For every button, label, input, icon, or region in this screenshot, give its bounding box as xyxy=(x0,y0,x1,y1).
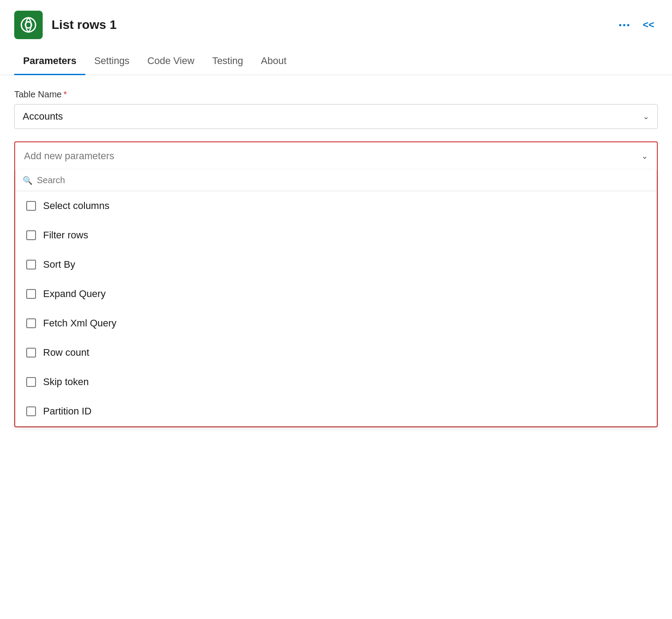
tab-settings[interactable]: Settings xyxy=(85,48,139,75)
more-options-button[interactable] xyxy=(616,21,632,29)
select-columns-checkbox[interactable] xyxy=(26,201,36,211)
partition-id-label: Partition ID xyxy=(43,406,92,417)
dot-1 xyxy=(619,24,621,26)
search-input[interactable] xyxy=(37,175,649,185)
dot-2 xyxy=(623,24,625,26)
svg-point-0 xyxy=(21,18,36,32)
header-left: List rows 1 xyxy=(14,11,116,39)
app-icon xyxy=(14,11,43,39)
add-params-dropdown[interactable]: Add new parameters ⌄ xyxy=(15,142,657,170)
params-dropdown-menu: 🔍 Select columns Filter rows Sort By xyxy=(15,170,657,426)
expand-query-label: Expand Query xyxy=(43,288,106,300)
table-name-label: Table Name* xyxy=(14,89,658,100)
skip-token-label: Skip token xyxy=(43,376,89,388)
select-columns-label: Select columns xyxy=(43,200,109,212)
list-item[interactable]: Fetch Xml Query xyxy=(16,309,656,338)
table-name-select[interactable]: Accounts ⌄ xyxy=(14,104,658,129)
fetch-xml-query-checkbox[interactable] xyxy=(26,318,36,328)
collapse-button[interactable]: << xyxy=(639,17,658,32)
partition-id-checkbox[interactable] xyxy=(26,406,36,416)
add-params-container: Add new parameters ⌄ 🔍 Select columns Fi xyxy=(14,141,658,427)
list-item[interactable]: Expand Query xyxy=(16,279,656,309)
add-params-chevron-icon: ⌄ xyxy=(641,151,648,161)
dot-3 xyxy=(627,24,629,26)
list-item[interactable]: Select columns xyxy=(16,191,656,221)
add-params-placeholder: Add new parameters xyxy=(24,150,114,162)
row-count-label: Row count xyxy=(43,347,89,358)
list-item[interactable]: Partition ID xyxy=(16,397,656,426)
app-container: List rows 1 << Parameters Settings Code … xyxy=(0,0,672,619)
list-item[interactable]: Filter rows xyxy=(16,221,656,250)
fetch-xml-query-label: Fetch Xml Query xyxy=(43,318,116,329)
list-item[interactable]: Skip token xyxy=(16,367,656,397)
expand-query-checkbox[interactable] xyxy=(26,289,36,299)
header-actions: << xyxy=(616,17,658,32)
sort-by-label: Sort By xyxy=(43,259,75,270)
required-indicator: * xyxy=(64,89,67,99)
skip-token-checkbox[interactable] xyxy=(26,377,36,387)
main-content: Table Name* Accounts ⌄ Add new parameter… xyxy=(0,75,672,427)
table-name-value: Accounts xyxy=(23,111,63,122)
tab-testing[interactable]: Testing xyxy=(203,48,252,75)
filter-rows-label: Filter rows xyxy=(43,229,88,241)
header: List rows 1 << xyxy=(0,0,672,48)
tab-about[interactable]: About xyxy=(252,48,296,75)
page-title: List rows 1 xyxy=(52,18,116,32)
search-container: 🔍 xyxy=(16,170,656,191)
tabs-container: Parameters Settings Code View Testing Ab… xyxy=(0,48,672,75)
tab-parameters[interactable]: Parameters xyxy=(14,48,85,75)
search-icon: 🔍 xyxy=(23,176,32,185)
sort-by-checkbox[interactable] xyxy=(26,260,36,269)
list-item[interactable]: Row count xyxy=(16,338,656,367)
tab-code-view[interactable]: Code View xyxy=(138,48,203,75)
row-count-checkbox[interactable] xyxy=(26,348,36,358)
list-item[interactable]: Sort By xyxy=(16,250,656,279)
filter-rows-checkbox[interactable] xyxy=(26,230,36,240)
table-name-chevron-icon: ⌄ xyxy=(643,112,649,121)
